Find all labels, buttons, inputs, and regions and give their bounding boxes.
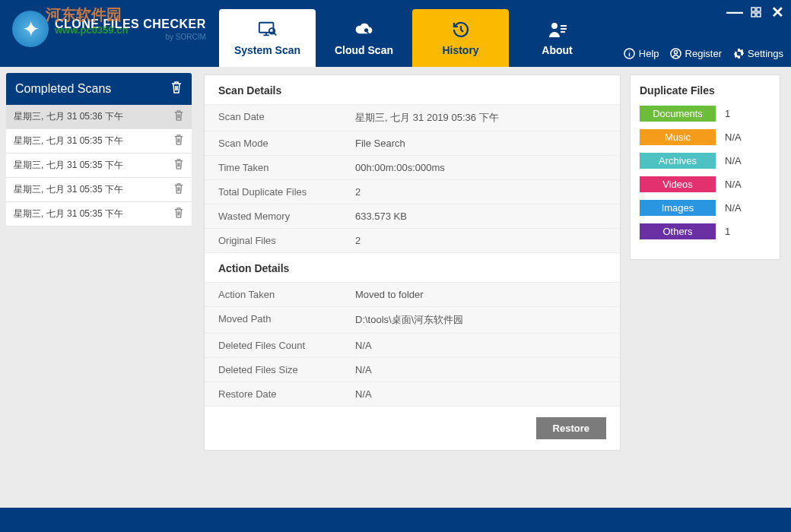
logo-area: CLONE FILES CHECKER by SORCIM — [0, 0, 213, 47]
tab-label: About — [542, 44, 572, 56]
svg-point-2 — [364, 28, 368, 32]
detail-value: 2 — [355, 186, 361, 198]
details-card: Scan Details Scan Date星期三, 七月 31 2019 05… — [204, 74, 621, 451]
tab-system-scan[interactable]: System Scan — [219, 9, 316, 67]
category-chip[interactable]: Music — [640, 129, 716, 145]
clear-all-icon[interactable] — [170, 81, 183, 97]
svg-point-10 — [675, 50, 678, 53]
svg-rect-6 — [561, 28, 567, 30]
svg-rect-14 — [757, 13, 761, 17]
settings-link[interactable]: Settings — [732, 47, 783, 59]
detail-row: Deleted Files SizeN/A — [205, 357, 620, 382]
category-row: MusicN/A — [640, 129, 770, 145]
svg-rect-5 — [561, 25, 567, 27]
detail-row: Deleted Files CountN/A — [205, 333, 620, 357]
close-button[interactable]: ✕ — [770, 5, 785, 20]
svg-rect-13 — [751, 13, 755, 17]
app-title: CLONE FILES CHECKER — [55, 17, 206, 31]
category-count: N/A — [725, 155, 742, 166]
sidebar: Completed Scans 星期三, 七月 31 05:36 下午 星期三,… — [0, 67, 198, 508]
restore-row: Restore — [205, 406, 620, 450]
category-chip[interactable]: Images — [640, 200, 716, 216]
action-details-heading: Action Details — [205, 252, 620, 282]
category-count: N/A — [725, 179, 742, 190]
app-header: 河东软件园 www.pc0359.cn CLONE FILES CHECKER … — [0, 0, 791, 67]
category-row: VideosN/A — [640, 176, 770, 192]
category-chip[interactable]: Videos — [640, 176, 716, 192]
delete-scan-icon[interactable] — [173, 158, 184, 173]
detail-label: Action Taken — [218, 289, 355, 300]
delete-scan-icon[interactable] — [173, 109, 184, 124]
category-chip[interactable]: Documents — [640, 106, 716, 122]
window-controls: — ✕ — [727, 5, 785, 20]
app-footer — [0, 508, 791, 532]
scan-item-label: 星期三, 七月 31 05:35 下午 — [14, 183, 123, 196]
category-row: ArchivesN/A — [640, 153, 770, 169]
detail-label: Deleted Files Count — [218, 340, 355, 351]
tab-label: Cloud Scan — [335, 44, 393, 56]
duplicates-title: Duplicate Files — [640, 84, 770, 97]
register-link[interactable]: Register — [670, 47, 722, 59]
category-count: 1 — [725, 226, 730, 237]
detail-row: Moved PathD:\tools\桌面\河东软件园 — [205, 306, 620, 333]
detail-label: Deleted Files Size — [218, 364, 355, 375]
detail-value: Moved to folder — [355, 289, 424, 300]
scan-list-item[interactable]: 星期三, 七月 31 05:35 下午 — [6, 202, 192, 226]
scan-list-item[interactable]: 星期三, 七月 31 05:35 下午 — [6, 154, 192, 178]
detail-value: D:\tools\桌面\河东软件园 — [355, 313, 463, 327]
scan-details-heading: Scan Details — [205, 75, 620, 104]
detail-label: Wasted Memory — [218, 211, 355, 222]
svg-rect-0 — [259, 23, 273, 33]
user-icon — [670, 47, 682, 59]
detail-row: Scan Date星期三, 七月 31 2019 05:36 下午 — [205, 104, 620, 131]
detail-value: N/A — [355, 388, 372, 400]
scan-list-item[interactable]: 星期三, 七月 31 05:35 下午 — [6, 178, 192, 202]
detail-row: Wasted Memory633.573 KB — [205, 204, 620, 228]
tab-label: History — [442, 44, 478, 56]
minimize-button[interactable]: — — [727, 5, 742, 20]
detail-row: Time Taken00h:00m:00s:000ms — [205, 155, 620, 179]
tab-label: System Scan — [234, 44, 300, 56]
category-row: Others1 — [640, 223, 770, 239]
detail-label: Total Duplicate Files — [218, 186, 355, 198]
about-icon — [548, 20, 567, 40]
app-logo-icon — [12, 11, 49, 47]
detail-label: Moved Path — [218, 313, 355, 327]
detail-label: Restore Date — [218, 388, 355, 400]
help-link[interactable]: Help — [624, 47, 659, 59]
register-label: Register — [685, 48, 722, 59]
main-tabs: System Scan Cloud Scan History About — [219, 0, 605, 67]
delete-scan-icon[interactable] — [173, 134, 184, 148]
restore-button[interactable]: Restore — [536, 417, 606, 439]
main-panel: Scan Details Scan Date星期三, 七月 31 2019 05… — [198, 67, 627, 508]
duplicates-card: Duplicate Files Documents1MusicN/AArchiv… — [630, 74, 780, 260]
detail-row: Scan ModeFile Search — [205, 131, 620, 155]
detail-value: 633.573 KB — [355, 211, 407, 222]
category-chip[interactable]: Archives — [640, 153, 716, 169]
detail-label: Original Files — [218, 235, 355, 246]
detail-value: N/A — [355, 364, 372, 375]
category-row: Documents1 — [640, 106, 770, 122]
tab-history[interactable]: History — [412, 9, 509, 67]
svg-point-4 — [551, 23, 558, 29]
maximize-button[interactable] — [748, 5, 764, 20]
detail-value: File Search — [355, 138, 405, 149]
settings-label: Settings — [748, 48, 783, 59]
scan-item-label: 星期三, 七月 31 05:35 下午 — [14, 135, 123, 147]
header-actions: Help Register Settings — [624, 47, 783, 59]
detail-value: N/A — [355, 340, 372, 351]
tab-cloud-scan[interactable]: Cloud Scan — [316, 9, 412, 67]
tab-about[interactable]: About — [509, 9, 605, 67]
delete-scan-icon[interactable] — [173, 182, 184, 197]
delete-scan-icon[interactable] — [173, 207, 184, 221]
category-count: N/A — [725, 202, 742, 214]
category-chip[interactable]: Others — [640, 223, 716, 239]
scan-list-item[interactable]: 星期三, 七月 31 05:36 下午 — [6, 105, 192, 129]
monitor-search-icon — [258, 20, 278, 40]
content-area: Completed Scans 星期三, 七月 31 05:36 下午 星期三,… — [0, 67, 791, 508]
right-panel: Duplicate Files Documents1MusicN/AArchiv… — [627, 67, 791, 508]
gear-icon — [732, 47, 745, 59]
scan-list-item[interactable]: 星期三, 七月 31 05:35 下午 — [6, 129, 192, 154]
scan-item-label: 星期三, 七月 31 05:35 下午 — [14, 159, 123, 172]
detail-row: Restore DateN/A — [205, 382, 620, 406]
